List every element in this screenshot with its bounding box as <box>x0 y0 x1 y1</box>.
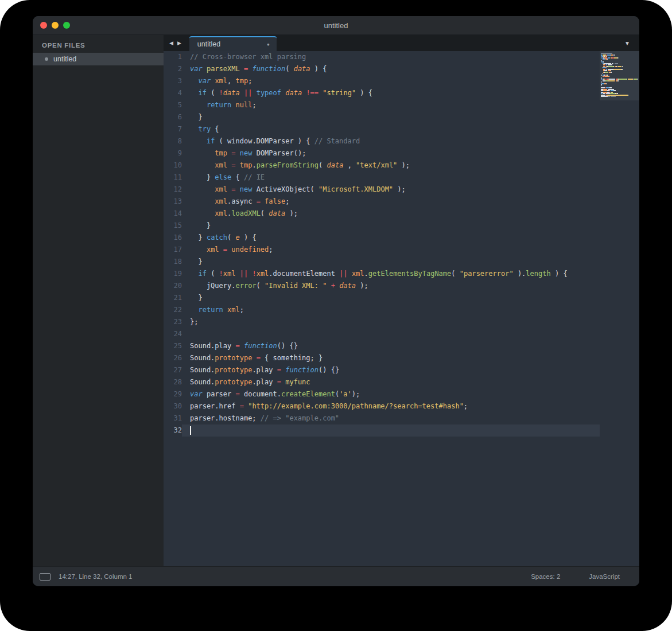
tab-scroll-left-icon[interactable]: ◀ <box>169 40 173 46</box>
code-line[interactable]: 26Sound.prototype = { something; } <box>164 352 600 364</box>
code-token: parser.href <box>190 402 240 410</box>
code-line[interactable]: 2var parseXML = function( data ) { <box>164 63 600 75</box>
panel-toggle-icon[interactable] <box>40 573 51 581</box>
code-token <box>236 161 240 169</box>
line-number[interactable]: 3 <box>164 75 182 87</box>
line-number[interactable]: 6 <box>164 111 182 123</box>
code-token <box>190 161 215 169</box>
line-number[interactable]: 1 <box>164 51 182 63</box>
code-line[interactable]: 22 return xml; <box>164 304 600 316</box>
sidebar-item-untitled[interactable]: untitled <box>33 53 164 65</box>
code-line[interactable]: 28Sound.prototype.play = myfunc <box>164 376 600 388</box>
code-line[interactable]: 19 if ( !xml || !xml.documentElement || … <box>164 268 600 280</box>
code-token: .play <box>252 366 277 374</box>
code-token: Sound. <box>190 354 215 362</box>
code-token: || <box>244 89 252 97</box>
code-token: var <box>190 65 203 73</box>
code-line[interactable]: 17 xml = undefined; <box>164 244 600 256</box>
code-line[interactable]: 9 tmp = new DOMParser(); <box>164 147 600 159</box>
code-token <box>190 246 207 254</box>
tab-overflow-icon[interactable]: ▼ <box>624 40 630 46</box>
code-line[interactable]: 13 xml.async = false; <box>164 196 600 208</box>
line-number[interactable]: 25 <box>164 340 182 352</box>
syntax-label[interactable]: JavaScript <box>589 573 620 580</box>
code-token: = <box>277 378 281 386</box>
code-token: if <box>207 137 215 145</box>
line-number[interactable]: 2 <box>164 63 182 75</box>
line-number[interactable]: 18 <box>164 256 182 268</box>
code-editor[interactable]: 1// Cross-browser xml parsing2var parseX… <box>164 51 639 566</box>
code-line[interactable]: 15 } <box>164 220 600 232</box>
line-number[interactable]: 5 <box>164 99 182 111</box>
open-files-header: OPEN FILES <box>42 42 164 49</box>
code-line[interactable]: 3 var xml, tmp; <box>164 75 600 87</box>
line-number[interactable]: 14 <box>164 208 182 220</box>
zoom-button[interactable] <box>63 22 70 29</box>
line-number[interactable]: 29 <box>164 388 182 400</box>
code-line[interactable]: 11 } else { // IE <box>164 172 600 184</box>
code-line[interactable]: 1// Cross-browser xml parsing <box>164 51 600 63</box>
code-token: jQuery. <box>190 282 235 290</box>
line-number[interactable]: 15 <box>164 220 182 232</box>
code-token: ) { <box>551 270 568 278</box>
code-line[interactable]: 10 xml = tmp.parseFromString( data , "te… <box>164 159 600 172</box>
minimap[interactable] <box>600 51 639 566</box>
code-line[interactable]: 18 } <box>164 256 600 268</box>
code-line[interactable]: 5 return null; <box>164 99 600 111</box>
tab-modified-dot-icon[interactable]: ● <box>267 42 270 47</box>
code-line[interactable]: 31parser.hostname; // => "example.com" <box>164 412 600 424</box>
code-line[interactable]: 16 } catch( e ) { <box>164 232 600 244</box>
code-line[interactable]: 24 <box>164 328 600 340</box>
code-line[interactable]: 23}; <box>164 316 600 328</box>
code-line[interactable]: 32 <box>164 424 600 437</box>
line-number[interactable]: 32 <box>164 424 182 437</box>
tab-scroll-right-icon[interactable]: ▶ <box>177 40 181 46</box>
code-line[interactable]: 27Sound.prototype.play = function() {} <box>164 364 600 376</box>
code-lines: 1// Cross-browser xml parsing2var parseX… <box>164 51 600 437</box>
code-line[interactable]: 8 if ( window.DOMParser ) { // Standard <box>164 135 600 147</box>
line-number[interactable]: 10 <box>164 159 182 172</box>
line-number[interactable]: 7 <box>164 123 182 135</box>
indentation-label[interactable]: Spaces: 2 <box>531 573 560 580</box>
code-line[interactable]: 6 } <box>164 111 600 123</box>
line-number[interactable]: 8 <box>164 135 182 147</box>
close-button[interactable] <box>40 22 47 29</box>
line-number[interactable]: 28 <box>164 376 182 388</box>
code-text: return xml; <box>182 304 600 316</box>
line-number[interactable]: 30 <box>164 400 182 412</box>
code-line[interactable]: 14 xml.loadXML( data ); <box>164 208 600 220</box>
code-line[interactable]: 29var parser = document.createElement('a… <box>164 388 600 400</box>
line-number[interactable]: 4 <box>164 87 182 99</box>
line-number[interactable]: 17 <box>164 244 182 256</box>
code-line[interactable]: 21 } <box>164 292 600 304</box>
line-number[interactable]: 16 <box>164 232 182 244</box>
line-number[interactable]: 26 <box>164 352 182 364</box>
code-line[interactable]: 20 jQuery.error( "Invalid XML: " + data … <box>164 280 600 292</box>
line-number[interactable]: 13 <box>164 196 182 208</box>
code-token: ( <box>318 161 327 169</box>
line-number[interactable]: 31 <box>164 412 182 424</box>
code-line[interactable]: 4 if ( !data || typeof data !== "string"… <box>164 87 600 99</box>
line-number[interactable]: 22 <box>164 304 182 316</box>
line-number[interactable]: 24 <box>164 328 182 340</box>
code-text: } <box>182 111 600 123</box>
line-number[interactable]: 11 <box>164 172 182 184</box>
code-token: ; <box>269 246 273 254</box>
line-number[interactable]: 27 <box>164 364 182 376</box>
line-number[interactable]: 23 <box>164 316 182 328</box>
minimize-button[interactable] <box>52 22 59 29</box>
line-number[interactable]: 9 <box>164 147 182 159</box>
line-number[interactable]: 21 <box>164 292 182 304</box>
code-line[interactable]: 7 try { <box>164 123 600 135</box>
code-line[interactable]: 25Sound.play = function() {} <box>164 340 600 352</box>
line-number[interactable]: 19 <box>164 268 182 280</box>
line-number[interactable]: 12 <box>164 184 182 196</box>
tab-untitled[interactable]: untitled ● <box>189 36 277 51</box>
code-token: undefined <box>231 246 269 254</box>
code-token: ( <box>451 270 459 278</box>
code-token: // => "example.com" <box>261 414 339 422</box>
code-line[interactable]: 30parser.href = "http://example.com:3000… <box>164 400 600 412</box>
line-number[interactable]: 20 <box>164 280 182 292</box>
code-token: () {} <box>277 342 298 350</box>
code-line[interactable]: 12 xml = new ActiveXObject( "Microsoft.X… <box>164 184 600 196</box>
